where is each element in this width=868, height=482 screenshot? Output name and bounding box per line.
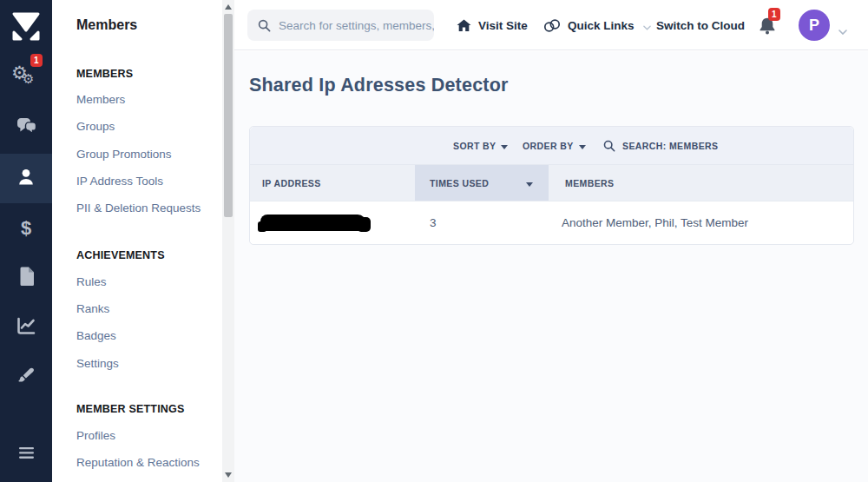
quick-links-button[interactable]: Quick Links xyxy=(543,0,651,50)
notifications-button[interactable]: 1 xyxy=(757,16,779,38)
topbar: Visit Site Quick Links Switch to Cloud 1… xyxy=(234,0,868,50)
document-icon xyxy=(17,266,36,290)
sidebar-item-groups[interactable]: Groups xyxy=(76,120,115,133)
search-input[interactable] xyxy=(279,19,434,32)
search-icon xyxy=(258,19,271,32)
scroll-down-arrow-icon[interactable] xyxy=(225,472,232,478)
brush-icon xyxy=(16,366,36,390)
gears-icon: ⚙ ⚙ xyxy=(11,64,41,92)
sidebar-item-settings[interactable]: ⚙ ⚙ 1 xyxy=(0,53,52,102)
order-by-label: ORDER BY xyxy=(523,141,574,151)
sort-by-dropdown[interactable]: SORT BY xyxy=(453,127,508,165)
times-used-label: TIMES USED xyxy=(430,178,489,188)
chevron-down-icon xyxy=(643,20,651,33)
column-header-members[interactable]: MEMBERS xyxy=(549,165,853,201)
search-icon xyxy=(603,140,615,152)
visit-site-label: Visit Site xyxy=(478,19,528,32)
chain-link-icon xyxy=(543,18,561,33)
section-header-member-settings: MEMBER SETTINGS xyxy=(76,403,185,415)
column-header-times-used[interactable]: TIMES USED xyxy=(415,165,549,201)
sidebar-item-members[interactable] xyxy=(0,154,52,203)
panel-title: Members xyxy=(76,17,137,33)
dollar-icon: $ xyxy=(21,217,31,240)
sidebar-item-customization[interactable] xyxy=(0,353,52,402)
cell-members: Another Member, Phil, Test Member xyxy=(549,216,853,229)
avatar-initial: P xyxy=(809,17,819,35)
chart-icon xyxy=(16,317,36,340)
sort-by-label: SORT BY xyxy=(453,141,496,151)
page-title: Shared Ip Adresses Detector xyxy=(249,75,509,96)
visit-site-button[interactable]: Visit Site xyxy=(457,0,528,50)
settings-notification-badge: 1 xyxy=(30,54,43,67)
sidebar-item-group-promotions[interactable]: Group Promotions xyxy=(76,148,172,161)
members-menu-panel: Members MEMBERS Members Groups Group Pro… xyxy=(52,0,222,482)
person-icon xyxy=(16,167,36,191)
scroll-up-arrow-icon[interactable] xyxy=(225,4,232,10)
sidebar-item-stats[interactable] xyxy=(0,303,52,353)
sidebar-item-commerce[interactable]: $ xyxy=(0,203,52,253)
sidebar-item-ranks[interactable]: Ranks xyxy=(76,302,109,315)
table-header-row: IP ADDRESS TIMES USED MEMBERS xyxy=(250,165,853,201)
invision-logo-icon[interactable] xyxy=(10,9,43,42)
table-search-label: SEARCH: MEMBERS xyxy=(622,141,718,151)
cell-times-used: 3 xyxy=(415,216,549,229)
sidebar-item-pii-deletion-requests[interactable]: PII & Deletion Requests xyxy=(76,201,201,215)
order-by-dropdown[interactable]: ORDER BY xyxy=(523,127,586,165)
table-toolbar: SORT BY ORDER BY SEARCH: MEMBERS xyxy=(250,127,853,165)
sort-desc-icon xyxy=(526,178,533,188)
chat-bubbles-icon xyxy=(15,116,38,141)
sidebar-item-menu[interactable] xyxy=(0,429,52,479)
cell-ip-address xyxy=(250,215,415,231)
switch-to-cloud-button[interactable]: Switch to Cloud xyxy=(656,0,745,50)
sidebar-item-rules[interactable]: Rules xyxy=(76,275,107,288)
sidebar-item-reputation-reactions[interactable]: Reputation & Reactions xyxy=(76,456,200,469)
section-header-members: MEMBERS xyxy=(76,68,133,80)
menu-scrollbar[interactable] xyxy=(222,0,234,482)
notification-badge: 1 xyxy=(768,8,780,21)
app-icon-sidebar: ⚙ ⚙ 1 $ xyxy=(0,0,52,482)
home-icon xyxy=(457,19,471,32)
column-header-ip-address[interactable]: IP ADDRESS xyxy=(250,165,415,201)
sidebar-item-badges[interactable]: Badges xyxy=(76,329,116,342)
sidebar-item-settings-link[interactable]: Settings xyxy=(76,357,119,370)
redacted-ip-blob xyxy=(260,215,366,231)
section-header-achievements: ACHIEVEMENTS xyxy=(76,249,165,261)
table-search-button[interactable]: SEARCH: MEMBERS xyxy=(603,127,718,165)
caret-down-icon xyxy=(579,141,586,151)
main-area: Visit Site Quick Links Switch to Cloud 1… xyxy=(234,0,868,482)
sidebar-item-pages[interactable] xyxy=(0,253,52,302)
page-content: Shared Ip Adresses Detector SORT BY ORDE… xyxy=(234,51,868,482)
sidebar-item-members-link[interactable]: Members xyxy=(76,93,125,106)
switch-to-cloud-label: Switch to Cloud xyxy=(656,19,745,32)
caret-down-icon xyxy=(501,141,508,151)
sidebar-item-community[interactable] xyxy=(0,103,52,153)
quick-links-label: Quick Links xyxy=(568,19,635,32)
avatar[interactable]: P xyxy=(799,10,830,41)
hamburger-icon xyxy=(19,446,34,462)
sidebar-item-ip-address-tools[interactable]: IP Address Tools xyxy=(76,175,163,188)
table-row[interactable]: 3 Another Member, Phil, Test Member xyxy=(250,201,853,244)
scrollbar-thumb[interactable] xyxy=(224,14,233,217)
global-search[interactable] xyxy=(247,10,434,41)
account-chevron-down-icon[interactable] xyxy=(838,23,847,38)
sidebar-item-profiles[interactable]: Profiles xyxy=(76,429,115,442)
shared-ip-table: SORT BY ORDER BY SEARCH: MEMBERS xyxy=(249,126,854,245)
